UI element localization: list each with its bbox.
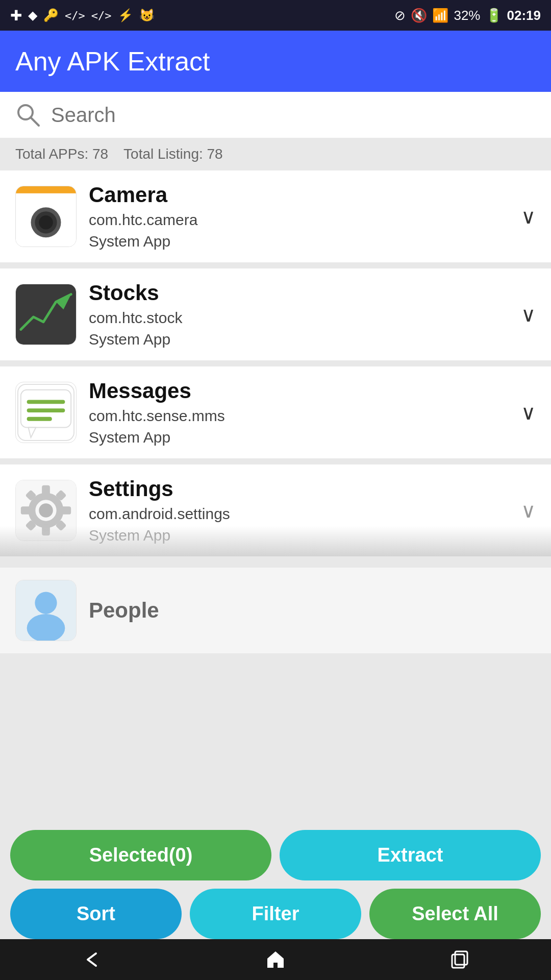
nav-bar (0, 939, 551, 980)
people-app-info: People (89, 598, 536, 623)
status-bar: ✚ ◆ 🔑 </> </> ⚡ 😺 ⊘ 🔇 📶 32% 🔋 02:19 (0, 0, 551, 31)
sort-button[interactable]: Sort (10, 889, 182, 939)
svg-rect-13 (27, 408, 65, 412)
app-title: Any APK Extract (15, 46, 210, 77)
svg-point-28 (27, 614, 65, 641)
app-icon-1: ◆ (28, 8, 37, 22)
svg-point-17 (39, 503, 53, 518)
list-item[interactable]: Stocks com.htc.stock System App ∨ (0, 268, 551, 360)
svg-rect-12 (27, 400, 65, 404)
list-item[interactable]: Settings com.android.settings System App… (0, 464, 551, 556)
messages-app-name: Messages (89, 379, 509, 403)
camera-app-type: System App (89, 233, 509, 250)
stocks-app-info: Stocks com.htc.stock System App (89, 281, 509, 348)
svg-rect-14 (27, 417, 52, 421)
action-row-2: Sort Filter Select All (0, 889, 551, 939)
svg-rect-20 (21, 506, 32, 514)
svg-rect-7 (16, 284, 76, 345)
stocks-app-type: System App (89, 331, 509, 348)
status-bar-right: ⊘ 🔇 📶 32% 🔋 02:19 (394, 8, 541, 23)
total-listing: Total Listing: 78 (123, 146, 223, 162)
people-app-name: People (89, 598, 536, 623)
svg-line-1 (31, 117, 39, 126)
chevron-down-icon: ∨ (521, 401, 536, 424)
messages-app-type: System App (89, 429, 509, 446)
svg-point-27 (35, 592, 57, 614)
chevron-down-icon: ∨ (521, 499, 536, 522)
messages-app-icon (15, 382, 77, 443)
camera-app-name: Camera (89, 183, 509, 207)
recents-button[interactable] (439, 944, 480, 975)
list-item[interactable]: Messages com.htc.sense.mms System App ∨ (0, 366, 551, 458)
app-list: Camera com.htc.camera System App ∨ Stock… (0, 170, 551, 659)
selected-button[interactable]: Selected(0) (10, 830, 271, 880)
messages-app-info: Messages com.htc.sense.mms System App (89, 379, 509, 446)
svg-point-6 (39, 215, 53, 230)
extract-button[interactable]: Extract (280, 830, 541, 880)
camera-app-info: Camera com.htc.camera System App (89, 183, 509, 250)
messages-app-package: com.htc.sense.mms (89, 407, 509, 425)
mascot-icon: 😺 (139, 8, 155, 22)
home-button[interactable] (255, 944, 296, 975)
stocks-app-name: Stocks (89, 281, 509, 305)
code-icon-2: </> (91, 9, 112, 22)
bottom-actions: Selected(0) Extract Sort Filter Select A… (0, 830, 551, 939)
battery-percent: 32% (454, 8, 480, 23)
svg-rect-31 (455, 951, 467, 965)
search-icon (15, 102, 41, 128)
list-item[interactable]: Camera com.htc.camera System App ∨ (0, 170, 551, 262)
filter-button[interactable]: Filter (190, 889, 361, 939)
clock: 02:19 (507, 8, 541, 23)
stocks-app-package: com.htc.stock (89, 309, 509, 327)
search-container (0, 92, 551, 138)
settings-app-package: com.android.settings (89, 505, 509, 523)
total-apps: Total APPs: 78 (15, 146, 108, 162)
signal-icon: 📶 (432, 8, 448, 23)
usb-icon: ⚡ (118, 8, 133, 22)
blocked-icon: ⊘ (394, 8, 406, 23)
status-bar-left: ✚ ◆ 🔑 </> </> ⚡ 😺 (10, 7, 155, 24)
back-button[interactable] (71, 944, 112, 975)
svg-rect-18 (42, 485, 50, 497)
stats-row: Total APPs: 78 Total Listing: 78 (0, 138, 551, 170)
search-input[interactable] (51, 104, 536, 127)
app-header: Any APK Extract (0, 31, 551, 92)
svg-rect-21 (60, 506, 71, 514)
add-icon: ✚ (10, 7, 22, 24)
settings-app-name: Settings (89, 477, 509, 501)
chevron-down-icon: ∨ (521, 205, 536, 228)
camera-app-package: com.htc.camera (89, 211, 509, 229)
action-row-1: Selected(0) Extract (0, 830, 551, 880)
stocks-app-icon (15, 284, 77, 345)
key-icon: 🔑 (43, 8, 59, 22)
svg-marker-29 (267, 951, 284, 968)
battery-icon: 🔋 (486, 8, 502, 23)
people-app-icon (15, 580, 77, 641)
mute-icon: 🔇 (411, 8, 427, 23)
code-icon-1: </> (65, 9, 85, 22)
svg-rect-30 (452, 954, 464, 968)
camera-app-icon (15, 186, 77, 247)
select-all-button[interactable]: Select All (369, 889, 541, 939)
list-item[interactable]: People (0, 568, 551, 653)
chevron-down-icon: ∨ (521, 303, 536, 326)
